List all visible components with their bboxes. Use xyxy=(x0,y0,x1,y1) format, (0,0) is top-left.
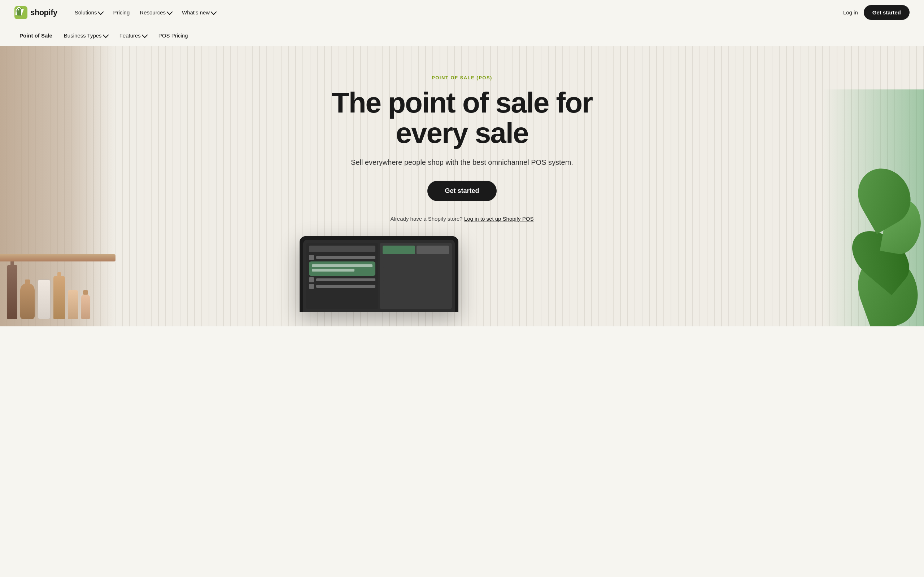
solutions-chevron-icon xyxy=(98,9,104,15)
product-row-2 xyxy=(383,270,449,280)
nav-item-whats-new[interactable]: What's new xyxy=(178,6,220,18)
hero-right-decoration xyxy=(823,89,924,326)
hero-get-started-button[interactable]: Get started xyxy=(427,181,496,201)
bottle-4 xyxy=(53,276,65,319)
get-started-button[interactable]: Get started xyxy=(864,5,909,20)
main-nav-items: Solutions Pricing Resources What's new xyxy=(70,6,220,18)
bottle-2 xyxy=(20,283,35,319)
screen-right-panel xyxy=(380,243,452,309)
hero-left-decoration xyxy=(0,46,115,326)
shelf xyxy=(0,254,115,261)
card-text-2 xyxy=(312,269,354,272)
hero-login-link[interactable]: Log in to set up Shopify POS xyxy=(464,216,534,222)
list-icon-1 xyxy=(309,255,314,260)
features-chevron-icon xyxy=(142,32,148,38)
logo-text: shopify xyxy=(30,8,57,17)
resources-chevron-icon xyxy=(167,9,173,15)
whats-new-chevron-icon xyxy=(211,9,217,15)
nav-item-solutions[interactable]: Solutions xyxy=(70,6,108,18)
product-row-3 xyxy=(383,283,449,293)
sub-nav-item-features[interactable]: Features xyxy=(115,29,152,42)
hero-title: The point of sale for every sale xyxy=(300,88,624,148)
list-item-3 xyxy=(309,284,375,289)
search-bar-mock xyxy=(309,246,375,252)
nav-right: Log in Get started xyxy=(843,5,909,20)
sub-nav-items: Point of Sale Business Types Features PO… xyxy=(15,29,193,42)
action-buttons-row xyxy=(383,246,449,254)
bottle-1 xyxy=(7,265,17,319)
sub-navigation: Point of Sale Business Types Features PO… xyxy=(0,25,924,46)
bottle-group xyxy=(0,254,97,319)
card-text-1 xyxy=(312,264,373,267)
device-frame xyxy=(300,236,459,312)
more-actions-btn-mock xyxy=(417,246,449,254)
bottle-5 xyxy=(68,290,78,319)
business-types-chevron-icon xyxy=(102,32,109,38)
bottle-6 xyxy=(81,294,90,319)
shopify-logo[interactable]: shopify xyxy=(15,6,57,19)
screen-inner xyxy=(303,240,455,312)
list-item-1 xyxy=(309,255,375,260)
screen-card-1 xyxy=(309,261,375,276)
device-screen xyxy=(303,240,455,312)
nav-item-resources[interactable]: Resources xyxy=(135,6,176,18)
hero-tag: POINT OF SALE (POS) xyxy=(300,75,624,81)
screen-left-panel xyxy=(306,243,378,309)
list-icon-3 xyxy=(309,284,314,289)
login-link[interactable]: Log in xyxy=(843,10,858,16)
bottles-visual xyxy=(0,46,115,326)
hero-content: POINT OF SALE (POS) The point of sale fo… xyxy=(300,75,624,312)
clear-cart-btn-mock xyxy=(383,246,415,254)
device-mockup xyxy=(300,236,459,312)
sub-nav-item-pos-pricing[interactable]: POS Pricing xyxy=(153,29,193,42)
sub-nav-item-business-types[interactable]: Business Types xyxy=(59,29,113,42)
product-row-1 xyxy=(383,257,449,268)
list-text-2 xyxy=(316,279,375,281)
hero-section: POINT OF SALE (POS) The point of sale fo… xyxy=(0,46,924,326)
bottle-3 xyxy=(37,279,50,319)
plant-visual xyxy=(823,146,924,326)
list-text-1 xyxy=(316,256,375,259)
top-navigation: shopify Solutions Pricing Resources What… xyxy=(0,0,924,25)
list-text-3 xyxy=(316,285,375,288)
hero-login-text: Already have a Shopify store? Log in to … xyxy=(300,216,624,222)
nav-item-pricing[interactable]: Pricing xyxy=(109,6,134,18)
hero-subtitle: Sell everywhere people shop with the bes… xyxy=(300,157,624,168)
hero-cta-wrapper: Get started xyxy=(300,181,624,210)
nav-left: shopify Solutions Pricing Resources What… xyxy=(15,6,220,19)
sub-nav-item-pos[interactable]: Point of Sale xyxy=(15,29,57,42)
list-item-2 xyxy=(309,277,375,282)
list-icon-2 xyxy=(309,277,314,282)
shopify-logo-icon xyxy=(15,6,27,19)
shelf-plank xyxy=(0,254,115,261)
